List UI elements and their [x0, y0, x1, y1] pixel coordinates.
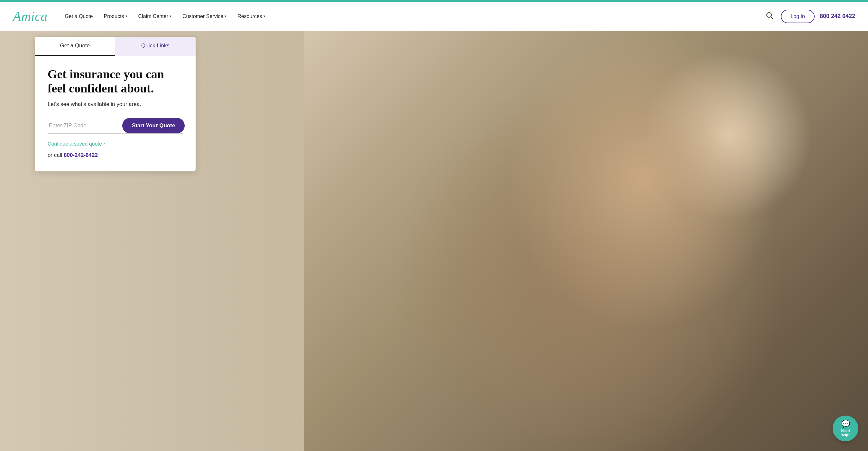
quote-card: Get a Quote Quick Links Get insurance yo…: [35, 37, 196, 171]
tab-quick-links[interactable]: Quick Links: [115, 37, 196, 56]
card-headline: Get insurance you can feel confident abo…: [48, 67, 183, 95]
chevron-down-icon: ▾: [169, 14, 172, 18]
svg-point-0: [767, 12, 772, 18]
call-line: or call 800-242-6422: [48, 152, 183, 159]
chevron-down-icon: ▾: [224, 14, 226, 18]
nav-customer-service[interactable]: Customer Service ▾: [178, 11, 231, 22]
need-help-label: NeedHelp?: [841, 429, 850, 437]
tab-get-a-quote[interactable]: Get a Quote: [35, 37, 115, 56]
nav-claim-center[interactable]: Claim Center ▾: [134, 11, 176, 22]
chat-icon: 💬: [841, 420, 850, 428]
hero-section: Get a Quote Quick Links Get insurance yo…: [0, 31, 868, 451]
start-quote-button[interactable]: Start Your Quote: [122, 118, 185, 133]
search-button[interactable]: [764, 9, 776, 23]
login-button[interactable]: Log In: [781, 10, 814, 23]
card-content: Get insurance you can feel confident abo…: [35, 56, 196, 171]
card-subtext: Let's see what's available in your area.: [48, 101, 183, 108]
zip-code-input[interactable]: [48, 118, 118, 133]
hero-photo: [304, 31, 868, 451]
site-logo[interactable]: Amica: [13, 9, 47, 24]
header-phone[interactable]: 800 242 6422: [820, 13, 855, 20]
header-right: Log In 800 242 6422: [764, 9, 855, 23]
svg-line-1: [771, 17, 773, 19]
card-tabs: Get a Quote Quick Links: [35, 37, 196, 56]
chevron-down-icon: ▾: [264, 14, 266, 18]
chevron-down-icon: ▾: [125, 14, 127, 18]
site-header: Amica Get a Quote Products ▾ Claim Cente…: [0, 2, 868, 31]
hero-phone-link[interactable]: 800-242-6422: [64, 152, 98, 158]
continue-saved-quote-link[interactable]: Continue a saved quote ›: [48, 141, 183, 147]
nav-resources[interactable]: Resources ▾: [233, 11, 270, 22]
nav-get-a-quote[interactable]: Get a Quote: [60, 11, 97, 22]
arrow-right-icon: ›: [104, 141, 105, 147]
main-nav: Get a Quote Products ▾ Claim Center ▾ Cu…: [60, 11, 764, 22]
nav-products[interactable]: Products ▾: [99, 11, 132, 22]
zip-form: Start Your Quote: [48, 118, 183, 134]
need-help-button[interactable]: 💬 NeedHelp?: [833, 416, 858, 441]
